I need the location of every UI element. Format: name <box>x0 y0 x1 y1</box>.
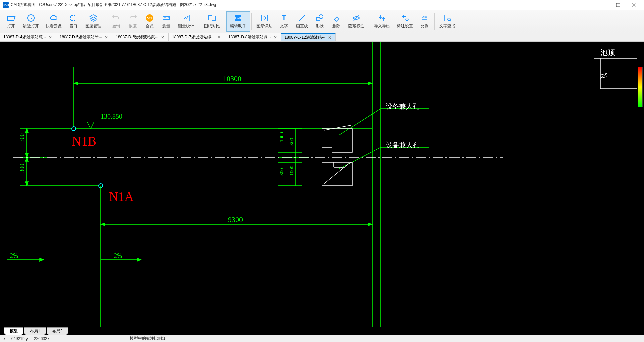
svg-marker-39 <box>87 122 94 129</box>
svg-rect-5 <box>71 15 76 21</box>
layout1-tab[interactable]: 布局1 <box>24 327 46 335</box>
app-icon: CAD <box>3 2 9 8</box>
document-tab[interactable]: 18087-D-8渗滤液站调···✕ <box>225 33 281 41</box>
svg-marker-57 <box>368 223 372 226</box>
color-scale-bar <box>638 67 643 107</box>
app-name: CAD快速看图 <box>11 2 35 7</box>
document-tab[interactable]: 18087-D-5渗滤液站除···✕ <box>56 33 113 41</box>
import-export-button[interactable]: 导入导出 <box>371 11 393 32</box>
model-tab[interactable]: 模型 <box>4 327 23 335</box>
close-icon[interactable]: ✕ <box>273 35 278 40</box>
svg-text:2%: 2% <box>114 252 122 259</box>
annotation-scale: 模型中的标注比例:1 <box>130 336 165 341</box>
window-controls <box>595 0 641 10</box>
toolbar-separator <box>106 13 106 30</box>
close-icon[interactable]: ✕ <box>48 35 53 40</box>
import-export-icon <box>377 13 387 23</box>
label-n1a: N1A <box>109 189 134 204</box>
measure-stat-button[interactable]: 测量统计 <box>175 11 198 32</box>
find-text-button[interactable]: 文字查找 <box>436 11 459 32</box>
svg-marker-34 <box>74 82 78 85</box>
layout2-tab[interactable]: 布局2 <box>47 327 68 335</box>
svg-text:A:B: A:B <box>422 15 427 18</box>
ruler-icon <box>162 13 171 23</box>
find-icon <box>443 13 452 23</box>
edit-helper-button[interactable]: CAD编辑助手 <box>226 11 250 32</box>
annotation-text: 设备兼人孔 <box>386 103 419 110</box>
redo-icon <box>128 13 138 23</box>
close-icon[interactable]: ✕ <box>217 35 221 40</box>
svg-marker-47 <box>25 129 28 133</box>
cursor-coordinates: x = -649219 y = -2266327 <box>3 336 49 341</box>
svg-text:1000: 1000 <box>289 166 294 176</box>
minimize-button[interactable] <box>595 0 610 10</box>
titlebar: CAD CAD快速看图 - C:\Users\123\Desktop\邯西项目最… <box>0 0 644 10</box>
svg-text:2%: 2% <box>10 252 18 259</box>
svg-text:VIP: VIP <box>147 17 152 20</box>
window-title: CAD快速看图 - C:\Users\123\Desktop\邯西项目最新图纸2… <box>11 2 595 8</box>
window-button[interactable]: 窗口 <box>65 11 82 32</box>
svg-text:10300: 10300 <box>223 74 241 83</box>
svg-text:1000: 1000 <box>279 132 284 142</box>
svg-text:池顶: 池顶 <box>600 48 615 57</box>
annotation-settings-button[interactable]: 标注设置 <box>393 11 416 32</box>
compare-icon <box>207 13 217 23</box>
folder-open-icon <box>6 13 16 23</box>
annotation-text: 设备兼人孔 <box>386 141 419 149</box>
label-n1b: N1B <box>72 134 96 148</box>
svg-marker-35 <box>368 82 372 85</box>
close-icon[interactable]: ✕ <box>327 35 332 40</box>
settings-icon <box>400 13 410 23</box>
vip-button[interactable]: VIP会员 <box>141 11 158 32</box>
svg-text:300: 300 <box>289 138 294 146</box>
text-icon: T <box>279 13 289 23</box>
drawing-canvas[interactable]: 10300 130.850 1300 1300 <box>0 42 644 327</box>
undo-button[interactable]: 撤销 <box>108 11 124 32</box>
hide-annotation-button[interactable]: 隐藏标注 <box>345 11 368 32</box>
eye-off-icon <box>352 13 361 23</box>
document-tab[interactable]: 18087-C-12渗滤液结···✕ <box>281 33 336 41</box>
recent-button[interactable]: 最近打开 <box>19 11 42 32</box>
redo-button[interactable]: 恢复 <box>124 11 141 32</box>
svg-line-21 <box>299 15 305 21</box>
close-button[interactable] <box>626 0 641 10</box>
toolbar-separator <box>369 13 369 30</box>
svg-marker-80 <box>137 258 141 261</box>
compare-button[interactable]: 图纸对比 <box>201 11 223 32</box>
line-button[interactable]: 画直线 <box>292 11 311 32</box>
document-tab[interactable]: 18087-D-6渗滤液站泵···✕ <box>112 33 169 41</box>
eraser-icon <box>332 13 341 23</box>
svg-text:9300: 9300 <box>228 215 243 224</box>
maximize-button[interactable] <box>610 0 626 10</box>
document-tab[interactable]: 18087-D-4渗滤液站综···✕ <box>0 33 56 41</box>
text-button[interactable]: T文字 <box>276 11 292 32</box>
svg-line-74 <box>339 147 381 169</box>
toolbar-separator <box>251 13 252 30</box>
svg-rect-18 <box>261 15 267 21</box>
chart-icon <box>181 13 191 23</box>
toolbar-separator <box>225 13 225 30</box>
ratio-button[interactable]: A:B比例 <box>416 11 433 32</box>
close-icon[interactable]: ✕ <box>104 35 109 40</box>
svg-point-19 <box>263 17 266 19</box>
svg-text:130.850: 130.850 <box>101 113 122 120</box>
svg-text:T: T <box>282 14 286 21</box>
document-tab[interactable]: 18087-D-7渗滤液站综···✕ <box>169 33 225 41</box>
svg-marker-77 <box>40 258 44 261</box>
svg-text:1300: 1300 <box>19 133 25 146</box>
file-path: C:\Users\123\Desktop\邯西项目最新图纸2021.7.16\1… <box>39 2 216 7</box>
main-toolbar: 打开 最近打开 快看云盘 窗口 图层管理 撤销 恢复 VIP会员 测量 测量统计… <box>0 10 644 33</box>
shape-button[interactable]: 形状 <box>311 11 328 32</box>
delete-button[interactable]: 删除 <box>328 11 345 32</box>
close-icon[interactable]: ✕ <box>160 35 165 40</box>
svg-line-24 <box>354 15 359 21</box>
document-tabs: 18087-D-4渗滤液站综···✕ 18087-D-5渗滤液站除···✕ 18… <box>0 33 644 42</box>
recognize-button[interactable]: 图形识别 <box>253 11 276 32</box>
layers-button[interactable]: 图层管理 <box>82 11 105 32</box>
measure-button[interactable]: 测量 <box>158 11 175 32</box>
cloud-button[interactable]: 快看云盘 <box>42 11 65 32</box>
open-button[interactable]: 打开 <box>3 11 19 32</box>
svg-marker-56 <box>101 223 105 226</box>
svg-rect-1 <box>616 3 620 7</box>
toolbar-separator <box>434 13 435 30</box>
